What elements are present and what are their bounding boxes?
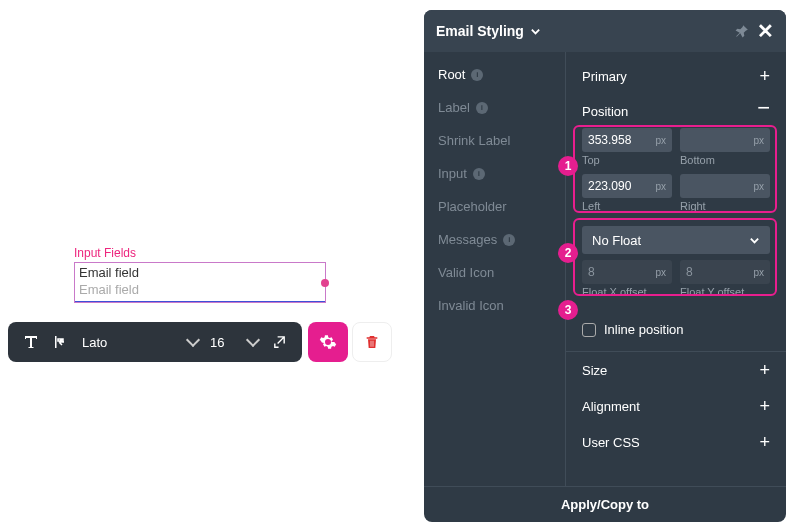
- styling-panel: Email Styling ✕ Root i Label i Shrink La…: [424, 10, 786, 522]
- float-y-value[interactable]: [686, 265, 753, 279]
- widget-type-label: Input Fields: [74, 246, 326, 260]
- right-label: Right: [680, 200, 770, 212]
- unit-label: px: [655, 181, 666, 192]
- unit-label: px: [655, 135, 666, 146]
- sidebar-item-label: Messages: [438, 232, 497, 247]
- unit-label: px: [753, 135, 764, 146]
- chevron-down-icon: [530, 26, 541, 37]
- sidebar-item-label: Input: [438, 166, 467, 181]
- right-input[interactable]: px: [680, 174, 770, 198]
- sidebar-item-messages[interactable]: Messages i: [424, 223, 565, 256]
- top-value[interactable]: [588, 133, 655, 147]
- sidebar-item-root[interactable]: Root i: [424, 58, 565, 91]
- inline-position-checkbox[interactable]: [582, 323, 596, 337]
- properties-column: Primary + Position − px px: [566, 52, 786, 486]
- prop-label: Position: [582, 104, 628, 119]
- chevron-down-icon: [246, 333, 260, 347]
- sidebar-item-invalid-icon[interactable]: Invalid Icon: [424, 289, 565, 322]
- field-label-text: Email field: [75, 263, 325, 280]
- info-icon: i: [476, 102, 488, 114]
- unit-label: px: [655, 267, 666, 278]
- top-label: Top: [582, 154, 672, 166]
- expand-icon[interactable]: +: [759, 67, 770, 85]
- expand-icon[interactable]: +: [759, 361, 770, 379]
- sidebar-item-placeholder[interactable]: Placeholder: [424, 190, 565, 223]
- align-left-icon: [53, 334, 69, 350]
- field-placeholder-text: Email field: [75, 280, 325, 301]
- prop-size[interactable]: Size +: [566, 352, 786, 388]
- text-icon: [23, 334, 39, 350]
- left-value[interactable]: [588, 179, 655, 193]
- unit-label: px: [753, 181, 764, 192]
- panel-title[interactable]: Email Styling: [436, 23, 735, 39]
- prop-user-css[interactable]: User CSS +: [566, 424, 786, 460]
- info-icon: i: [473, 168, 485, 180]
- unit-label: px: [753, 267, 764, 278]
- bottom-input[interactable]: px: [680, 128, 770, 152]
- text-tool-button[interactable]: [16, 326, 46, 358]
- panel-sidebar: Root i Label i Shrink Label Input i Plac…: [424, 52, 566, 486]
- apply-copy-button[interactable]: Apply/Copy to: [424, 486, 786, 522]
- sidebar-item-input[interactable]: Input i: [424, 157, 565, 190]
- left-label: Left: [582, 200, 672, 212]
- panel-body: Root i Label i Shrink Label Input i Plac…: [424, 52, 786, 486]
- close-button[interactable]: ✕: [757, 21, 774, 41]
- info-icon: i: [471, 69, 483, 81]
- prop-position[interactable]: Position −: [566, 94, 786, 128]
- float-y-input[interactable]: px: [680, 260, 770, 284]
- format-toolbar: Lato 16: [8, 322, 402, 362]
- expand-icon[interactable]: +: [759, 433, 770, 451]
- font-family-value: Lato: [82, 335, 107, 350]
- font-size-value: 16: [210, 335, 224, 350]
- right-value[interactable]: [686, 179, 753, 193]
- float-x-value[interactable]: [588, 265, 655, 279]
- top-input[interactable]: px: [582, 128, 672, 152]
- svg-rect-0: [55, 336, 57, 348]
- toolbar-dark-group: Lato 16: [8, 322, 302, 362]
- input-underline: [75, 301, 325, 302]
- bottom-label: Bottom: [680, 154, 770, 166]
- chevron-down-icon: [186, 333, 200, 347]
- pin-icon[interactable]: [735, 24, 749, 38]
- prop-primary[interactable]: Primary +: [566, 58, 786, 94]
- sidebar-item-label[interactable]: Label i: [424, 91, 565, 124]
- float-y-label: Float Y offset: [680, 286, 770, 298]
- sidebar-item-label: Invalid Icon: [438, 298, 504, 313]
- delete-button[interactable]: [352, 322, 392, 362]
- trash-icon: [364, 334, 380, 350]
- footer-label: Apply/Copy to: [561, 497, 649, 512]
- widget-box[interactable]: Email field Email field: [74, 262, 326, 303]
- font-family-select[interactable]: Lato: [82, 328, 198, 356]
- collapse-icon[interactable]: −: [757, 97, 770, 119]
- panel-header: Email Styling ✕: [424, 10, 786, 52]
- position-section: px px Top Bottom px: [566, 128, 786, 314]
- prop-label: User CSS: [582, 435, 640, 450]
- open-external-button[interactable]: [264, 326, 294, 358]
- left-input[interactable]: px: [582, 174, 672, 198]
- expand-icon[interactable]: +: [759, 397, 770, 415]
- float-x-label: Float X offset: [582, 286, 672, 298]
- settings-button[interactable]: [308, 322, 348, 362]
- float-select[interactable]: No Float: [582, 226, 770, 254]
- chevron-down-icon: [749, 235, 760, 246]
- inline-position-label: Inline position: [604, 322, 684, 337]
- sidebar-item-label: Root: [438, 67, 465, 82]
- sidebar-item-shrink-label[interactable]: Shrink Label: [424, 124, 565, 157]
- inline-position-row: Inline position: [566, 314, 786, 352]
- prop-alignment[interactable]: Alignment +: [566, 388, 786, 424]
- prop-label: Primary: [582, 69, 627, 84]
- canvas-input-field-widget[interactable]: Input Fields Email field Email field: [74, 246, 326, 303]
- float-select-value: No Float: [592, 233, 641, 248]
- resize-handle[interactable]: [321, 279, 329, 287]
- float-x-input[interactable]: px: [582, 260, 672, 284]
- bottom-value[interactable]: [686, 133, 753, 147]
- prop-label: Size: [582, 363, 607, 378]
- sidebar-item-valid-icon[interactable]: Valid Icon: [424, 256, 565, 289]
- sidebar-item-label: Shrink Label: [438, 133, 510, 148]
- info-icon: i: [503, 234, 515, 246]
- align-button[interactable]: [46, 326, 76, 358]
- external-link-icon: [272, 335, 287, 350]
- prop-label: Alignment: [582, 399, 640, 414]
- sidebar-item-label: Placeholder: [438, 199, 507, 214]
- font-size-select[interactable]: 16: [210, 328, 258, 356]
